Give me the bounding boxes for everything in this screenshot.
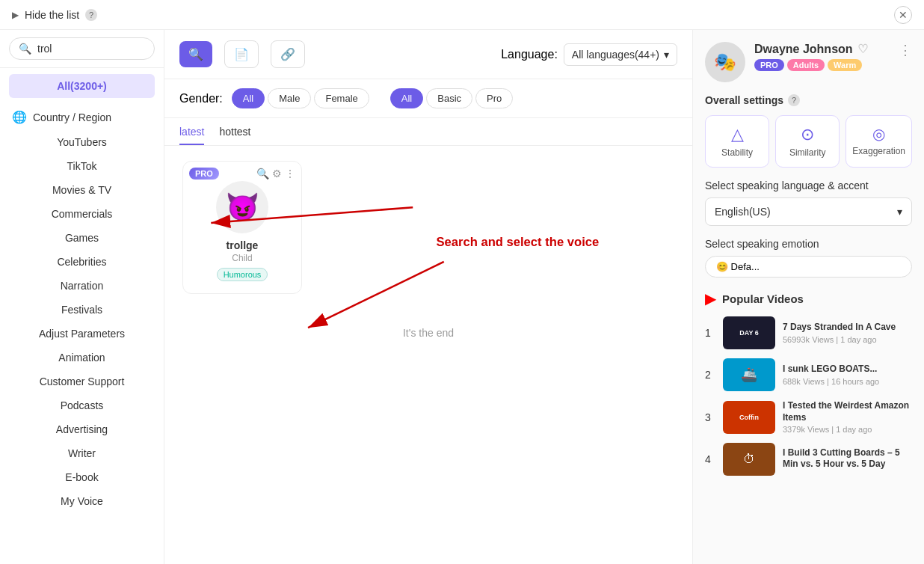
badge-adults: Adults bbox=[787, 59, 825, 71]
main-layout: 🔍 All(3200+) 🌐 Country / Region YouTuber… bbox=[0, 30, 924, 564]
language-dropdown[interactable]: All languages(44+) ▾ bbox=[564, 43, 677, 66]
sidebar-item-narration[interactable]: Narration bbox=[0, 274, 164, 298]
settings-header: Overall settings ? bbox=[705, 94, 912, 106]
sidebar-item-my-voice[interactable]: My Voice bbox=[0, 489, 164, 513]
voice-type: Child bbox=[195, 253, 289, 263]
user-more-button[interactable]: ⋮ bbox=[899, 42, 912, 58]
speaking-language-dropdown[interactable]: English(US) ▾ bbox=[705, 197, 912, 226]
type-filter-group: All Basic Pro bbox=[390, 88, 513, 108]
gender-male-button[interactable]: Male bbox=[268, 88, 311, 108]
language-section: Language: All languages(44+) ▾ bbox=[501, 43, 677, 66]
chevron-down-icon: ▾ bbox=[664, 49, 669, 61]
top-bar: ▶ Hide the list ? ✕ bbox=[0, 0, 924, 30]
sidebar-item-country-region[interactable]: 🌐 Country / Region bbox=[0, 104, 164, 130]
voice-card-trollge[interactable]: PRO 🔍 ⚙ ⋮ 😈 trollge Child Humorous bbox=[182, 161, 302, 294]
sidebar-item-adjust-parameters[interactable]: Adjust Parameters bbox=[0, 322, 164, 346]
voice-grid: PRO 🔍 ⚙ ⋮ 😈 trollge Child Humorous bbox=[164, 146, 692, 564]
avatar: 🎭 bbox=[705, 42, 745, 82]
gender-all-button[interactable]: All bbox=[232, 88, 265, 108]
search-wrapper[interactable]: 🔍 bbox=[9, 37, 155, 60]
similarity-label: Similarity bbox=[782, 147, 833, 158]
tab-hottest[interactable]: hottest bbox=[219, 126, 250, 145]
video-item-3[interactable]: 3 Coffin I Tested the Weirdest Amazon It… bbox=[705, 400, 912, 434]
all-count-item[interactable]: All(3200+) bbox=[9, 74, 155, 98]
right-panel: 🎭 Dwayne Johnson ♡ PRO Adults Warm ⋮ Ove… bbox=[692, 30, 924, 564]
type-pro-button[interactable]: Pro bbox=[475, 88, 513, 108]
video-title-4: I Build 3 Cutting Boards – 5 Min vs. 5 H… bbox=[783, 447, 912, 470]
content-area: 🔍 📄 🔗 Language: All languages(44+) ▾ Gen… bbox=[164, 30, 692, 564]
type-basic-button[interactable]: Basic bbox=[426, 88, 472, 108]
sidebar-item-games[interactable]: Games bbox=[0, 226, 164, 250]
sidebar-item-advertising[interactable]: Advertising bbox=[0, 417, 164, 441]
user-name: Dwayne Johnson ♡ bbox=[754, 42, 890, 56]
badge-warm: Warm bbox=[828, 59, 862, 71]
sidebar-item-animation[interactable]: Animation bbox=[0, 346, 164, 370]
chevron-right-icon: ▶ bbox=[12, 10, 19, 20]
similarity-setting[interactable]: ⊙ Similarity bbox=[775, 115, 840, 168]
voice-name: trollge bbox=[195, 239, 289, 251]
overall-settings-title: Overall settings bbox=[705, 94, 783, 106]
sidebar-item-movies-tv[interactable]: Movies & TV bbox=[0, 178, 164, 202]
stability-label: Stability bbox=[712, 147, 763, 158]
user-card: 🎭 Dwayne Johnson ♡ PRO Adults Warm ⋮ bbox=[705, 42, 912, 82]
speaking-language-title: Select speaking language & accent bbox=[705, 180, 912, 191]
top-bar-left: ▶ Hide the list ? bbox=[12, 9, 97, 21]
tab-latest[interactable]: latest bbox=[179, 126, 204, 145]
stability-setting[interactable]: △ Stability bbox=[705, 115, 769, 168]
exaggeration-icon: ◎ bbox=[852, 125, 905, 143]
badge-pro: PRO bbox=[754, 59, 784, 71]
speaking-language-value: English(US) bbox=[715, 206, 771, 218]
sidebar-item-youtubers[interactable]: YouTubers bbox=[0, 130, 164, 154]
heart-icon[interactable]: ♡ bbox=[857, 42, 868, 56]
sidebar-item-commercials[interactable]: Commercials bbox=[0, 202, 164, 226]
video-thumb-3: Coffin bbox=[723, 401, 775, 434]
search-button[interactable]: 🔍 bbox=[179, 41, 212, 67]
video-item-1[interactable]: 1 DAY 6 7 Days Stranded In A Cave 56993k… bbox=[705, 316, 912, 349]
gender-female-button[interactable]: Female bbox=[314, 88, 369, 108]
country-region-label: Country / Region bbox=[33, 111, 111, 123]
sidebar-item-customer-support[interactable]: Customer Support bbox=[0, 370, 164, 393]
voice-more-icon[interactable]: ⋮ bbox=[285, 168, 295, 180]
popular-videos-title: Popular Videos bbox=[722, 292, 804, 305]
exaggeration-label: Exaggeration bbox=[852, 146, 905, 156]
voice-avatar: 😈 bbox=[216, 181, 268, 233]
search-box: 🔍 bbox=[0, 30, 164, 68]
voice-settings-icon[interactable]: ⚙ bbox=[272, 168, 282, 180]
globe-icon: 🌐 bbox=[12, 110, 27, 124]
sidebar-item-podcasts[interactable]: Podcasts bbox=[0, 393, 164, 417]
sidebar-item-festivals[interactable]: Festivals bbox=[0, 298, 164, 322]
video-thumb-4: ⏱ bbox=[723, 443, 775, 476]
search-input[interactable] bbox=[37, 43, 145, 55]
type-all-button[interactable]: All bbox=[390, 88, 423, 108]
sidebar-item-ebook[interactable]: E-book bbox=[0, 465, 164, 489]
help-icon[interactable]: ? bbox=[85, 9, 97, 21]
similarity-icon: ⊙ bbox=[782, 125, 833, 144]
emotion-button[interactable]: 😊 Defa... bbox=[705, 256, 912, 278]
user-info: Dwayne Johnson ♡ PRO Adults Warm bbox=[754, 42, 890, 71]
sidebar-item-writer[interactable]: Writer bbox=[0, 441, 164, 465]
search-icon: 🔍 bbox=[19, 43, 31, 55]
close-button[interactable]: ✕ bbox=[894, 6, 912, 24]
settings-help-icon[interactable]: ? bbox=[788, 94, 800, 106]
filter-bar: Gender: All Male Female All Basic Pro bbox=[164, 79, 692, 118]
video-item-4[interactable]: 4 ⏱ I Build 3 Cutting Boards – 5 Min vs.… bbox=[705, 443, 912, 476]
link-button[interactable]: 🔗 bbox=[271, 40, 305, 68]
gender-label: Gender: bbox=[179, 92, 223, 105]
video-num-1: 1 bbox=[705, 327, 715, 339]
sidebar-item-celebrities[interactable]: Celebrities bbox=[0, 250, 164, 274]
video-info-4: I Build 3 Cutting Boards – 5 Min vs. 5 H… bbox=[783, 447, 912, 472]
hide-list-label: Hide the list bbox=[25, 9, 79, 21]
sidebar-item-tiktok[interactable]: TikTok bbox=[0, 154, 164, 178]
voice-search-icon[interactable]: 🔍 bbox=[256, 168, 269, 180]
gender-filter-group: All Male Female bbox=[232, 88, 369, 108]
voice-tag: Humorous bbox=[217, 268, 268, 281]
content-controls: 🔍 📄 🔗 Language: All languages(44+) ▾ bbox=[164, 30, 692, 79]
voice-actions: 🔍 ⚙ ⋮ bbox=[256, 168, 295, 180]
pro-badge: PRO bbox=[189, 168, 219, 180]
video-meta-3: 3379k Views | 1 day ago bbox=[783, 425, 912, 434]
exaggeration-setting[interactable]: ◎ Exaggeration bbox=[846, 115, 912, 168]
video-item-2[interactable]: 2 🚢 I sunk LEGO BOATS... 688k Views | 16… bbox=[705, 358, 912, 391]
document-button[interactable]: 📄 bbox=[224, 40, 259, 68]
language-label: Language: bbox=[501, 48, 558, 61]
video-num-4: 4 bbox=[705, 453, 715, 465]
